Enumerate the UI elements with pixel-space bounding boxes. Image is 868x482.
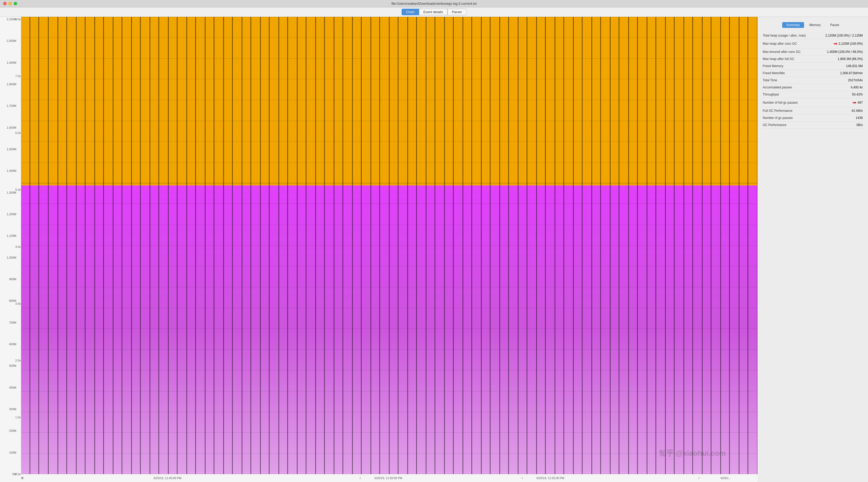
stat-label-10: Full GC Performance bbox=[762, 107, 818, 115]
x-axis: M I 6/25/19, 11:45:00 PM I 6/25/19, 11:5… bbox=[21, 474, 757, 482]
x-label-5: I bbox=[522, 477, 523, 480]
stat-row-2: Max tenured after conc GC 1,400M (100.0%… bbox=[762, 49, 864, 56]
minimize-button[interactable] bbox=[8, 2, 12, 5]
stat-row-11: Number of gc pauses 1439 bbox=[762, 115, 864, 122]
stat-value-5: 1,006.871M/min bbox=[818, 70, 864, 77]
stat-row-3: Max heap after full GC 1,869.3M (88.2%) bbox=[762, 56, 864, 63]
x-label-3: I bbox=[360, 477, 361, 480]
close-button[interactable] bbox=[3, 2, 7, 5]
main-area: 2,100M 2,000M 1,900M 1,800M 1,700M 1,600… bbox=[0, 17, 868, 482]
stat-value-3: 1,869.3M (88.2%) bbox=[818, 56, 864, 63]
arrow-icon-1: ➡ bbox=[834, 41, 837, 46]
stat-value-8: 50.42% bbox=[818, 91, 864, 98]
maximize-button[interactable] bbox=[14, 2, 17, 5]
stat-value-12: 0B/s bbox=[818, 122, 864, 129]
chart-svg: // This won't work in SVG inline, using … bbox=[21, 17, 757, 474]
tab-memory[interactable]: Memory bbox=[805, 22, 825, 28]
stat-row-0: Total heap (usage / alloc. max) 2,120M (… bbox=[762, 32, 864, 39]
stat-row-5: Freed Mem/Min 1,006.871M/min bbox=[762, 70, 864, 77]
stat-label-4: Freed Memory bbox=[762, 63, 818, 70]
window-controls[interactable] bbox=[3, 2, 17, 5]
x-label-8: 6/26/1... bbox=[721, 477, 731, 480]
stat-value-6: 2h27m54s bbox=[818, 77, 864, 84]
x-label-6: 6/25/19, 11:55:00 PM bbox=[537, 477, 564, 480]
tab-chart[interactable]: Chart bbox=[402, 9, 419, 15]
right-panel: Summary Memory Pause Total heap (usage /… bbox=[757, 17, 868, 482]
chart-plot: // This won't work in SVG inline, using … bbox=[21, 17, 757, 474]
tab-event-details[interactable]: Event details bbox=[419, 9, 447, 15]
tab-summary[interactable]: Summary bbox=[782, 22, 804, 28]
stat-label-2: Max tenured after conc GC bbox=[762, 49, 818, 56]
stat-row-6: Total Time 2h27m54s bbox=[762, 77, 864, 84]
stat-label-3: Max heap after full GC bbox=[762, 56, 818, 63]
stat-label-11: Number of gc pauses bbox=[762, 115, 818, 122]
tab-parser[interactable]: Parser bbox=[447, 9, 466, 15]
stat-row-4: Freed Memory 148,931.6M bbox=[762, 63, 864, 70]
x-label-2: 6/25/19, 11:45:00 PM bbox=[154, 477, 181, 480]
stat-row-10: Full GC Performance 42.4M/s bbox=[762, 107, 864, 115]
chart-container: 2,100M 2,000M 1,900M 1,800M 1,700M 1,600… bbox=[0, 17, 757, 482]
stats-table: Total heap (usage / alloc. max) 2,120M (… bbox=[762, 32, 864, 129]
stat-value-0: 2,120M (100.0%) / 2,120M bbox=[818, 32, 864, 39]
stat-row-1: Max heap after conc GC ➡ 2,120M (100.0%) bbox=[762, 39, 864, 49]
stat-label-9: Number of full gc pauses bbox=[762, 98, 818, 107]
stat-label-6: Total Time bbox=[762, 77, 818, 84]
summary-tabs: Summary Memory Pause bbox=[762, 22, 864, 28]
stat-value-1: ➡ 2,120M (100.0%) bbox=[818, 39, 864, 49]
stat-value-2: 1,400M (100.0% / 66.0%) bbox=[818, 49, 864, 56]
x-label-4: 6/25/19, 11:50:00 PM bbox=[374, 477, 402, 480]
stat-value-9: ➡ 487 bbox=[818, 98, 864, 107]
x-label-7: I bbox=[699, 477, 699, 480]
stat-label-0: Total heap (usage / alloc. max) bbox=[762, 32, 818, 39]
toolbar: Chart Event details Parser bbox=[0, 7, 868, 17]
stat-label-12: GC Performance bbox=[762, 122, 818, 129]
stat-row-12: GC Performance 0B/s bbox=[762, 122, 864, 129]
stat-label-7: Accumulated pauses bbox=[762, 84, 818, 91]
stat-row-8: Throughput 50.42% bbox=[762, 91, 864, 98]
arrow-icon-9: ➡ bbox=[852, 100, 857, 105]
stat-value-7: 4,400.4s bbox=[818, 84, 864, 91]
stat-label-1: Max heap after conc GC bbox=[762, 39, 818, 49]
stat-value-4: 148,931.6M bbox=[818, 63, 864, 70]
x-label-1: I bbox=[22, 477, 23, 480]
stat-row-7: Accumulated pauses 4,400.4s bbox=[762, 84, 864, 91]
stat-label-5: Freed Mem/Min bbox=[762, 70, 818, 77]
window-title: file:/Users/xiatian/Downloads/verbosegc.… bbox=[391, 2, 477, 5]
tab-pause[interactable]: Pause bbox=[826, 22, 843, 28]
title-bar: file:/Users/xiatian/Downloads/verbosegc.… bbox=[0, 0, 868, 7]
stat-label-8: Throughput bbox=[762, 91, 818, 98]
stat-value-11: 1439 bbox=[818, 115, 864, 122]
stat-value-10: 42.4M/s bbox=[818, 107, 864, 115]
stat-row-9: Number of full gc pauses ➡ 487 bbox=[762, 98, 864, 107]
